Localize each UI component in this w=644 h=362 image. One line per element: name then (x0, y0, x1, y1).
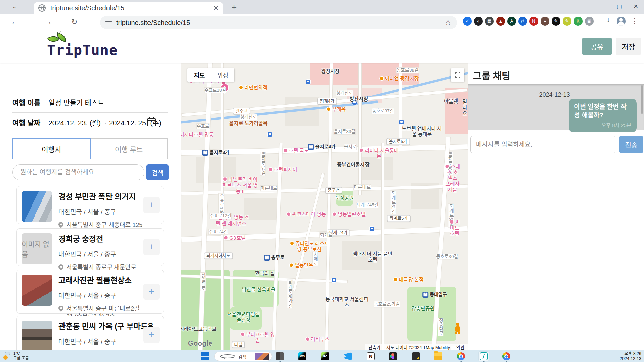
taskbar-explorer[interactable] (433, 352, 443, 361)
map-label-road[interactable]: 을지로33길 (334, 129, 355, 134)
map-label-road[interactable]: 마른내로 (261, 186, 277, 191)
extension-icon[interactable]: ▦ (485, 17, 494, 26)
add-destination-button[interactable]: + (143, 327, 160, 343)
send-button[interactable]: 전송 (619, 136, 643, 153)
add-destination-button[interactable]: + (143, 239, 160, 255)
map-label-food[interactable]: 쥬티인도 레스토랑 충무로점 (290, 241, 329, 252)
map-label-badge[interactable]: 중구청 (325, 187, 342, 194)
map-label-place[interactable]: 리라아트고등학교 (181, 326, 217, 332)
fullscreen-button[interactable] (451, 68, 464, 82)
add-destination-button[interactable]: + (143, 197, 160, 213)
triptune-logo[interactable]: TripTune (47, 32, 118, 57)
map-label-road[interactable]: 퇴계로51길 (391, 191, 396, 214)
map-label-market[interactable]: 중부건어물시장 (337, 162, 370, 168)
map-label-badge[interactable]: 을지로5가 (386, 138, 410, 145)
taskbar-search[interactable]: 검색 (214, 352, 272, 361)
map-label-place[interactable]: 동국대학교 서울캠퍼스 (325, 296, 369, 308)
map-label-road[interactable]: 퇴계로 (320, 233, 332, 238)
map-label-road[interactable]: 동호로25가길 (374, 301, 400, 307)
share-button[interactable]: 공유 (582, 38, 612, 55)
map-label-road[interactable]: 퇴계로36가길 (287, 280, 293, 308)
destination-card[interactable]: 이미지 없음 경희궁 숭정전 대한민국 / 서울 / 중구 서울특별시 종로구 … (16, 228, 164, 266)
taskbar-pycharm[interactable]: PC (320, 352, 330, 361)
forward-button[interactable]: → (45, 17, 52, 26)
browser-menu-button[interactable]: ⋮ (631, 17, 638, 25)
destination-card[interactable]: 관훈동 민씨 가옥 (구 부마도위박영효 가옥) 대한민국 / 서울 / 중구 … (16, 316, 164, 354)
destination-search-input[interactable] (12, 164, 144, 180)
map-label-road[interactable]: 수표로10길 (219, 194, 224, 217)
map-label-badge[interactable]: 퇴계로5가 (387, 215, 410, 222)
extension-icon[interactable]: ▣ (585, 17, 594, 26)
map-label-road[interactable]: 삼일대로 (200, 273, 206, 291)
map-label-hotel[interactable]: 라비두스 (305, 337, 330, 343)
taskbar-figma[interactable] (388, 352, 398, 361)
map-label-hotel[interactable]: 위코스테이 명동 (287, 212, 326, 217)
map-button[interactable]: 지도 (187, 68, 211, 82)
bus-stop-icon[interactable] (331, 278, 336, 283)
map-canvas[interactable]: 그리드 인 호텔라면편의점광장시장어니언 광장시장동호로38길수표로18길청계천… (181, 63, 468, 350)
map-label-hotel[interactable]: 나인트리 바이 파르나스 서울 명동 II (220, 176, 260, 194)
map-label-road[interactable]: 동호로30길 (436, 254, 458, 259)
extension-icon[interactable]: N (529, 17, 538, 26)
search-highlight-image[interactable] (255, 353, 269, 360)
map-label-road[interactable]: 마른내로 (354, 185, 371, 190)
tab-close-icon[interactable]: ✕ (213, 4, 219, 12)
extension-icon[interactable]: K (574, 17, 583, 26)
taskbar-dark-folder[interactable] (411, 352, 421, 361)
extension-icon[interactable]: ▲ (496, 17, 505, 26)
map-label-hotel[interactable]: 호텔피제이 (268, 167, 297, 172)
save-button[interactable]: 저장 (616, 38, 641, 55)
map-label-road[interactable]: 청계천로 (336, 91, 353, 96)
map-label-hotel[interactable]: 더시티호텔 명동 (181, 132, 214, 138)
map-label-metro[interactable]: M충무로 (264, 255, 285, 261)
taskbar-webstorm[interactable]: WS (297, 352, 307, 361)
trip-date-value[interactable]: 2024.12. 23. (월) ~ 2024.12. 25. (수) (48, 117, 161, 127)
map-label-park[interactable]: 남산골 한옥마을 (242, 287, 276, 293)
taskbar-weather-widget[interactable]: 1°C 구름 조금 (3, 351, 29, 360)
map-label-food[interactable]: 라면편의점 (239, 85, 267, 91)
shortcuts-link[interactable]: 단축키 (368, 344, 380, 350)
map-label-road[interactable]: 수표로18길 (204, 88, 226, 93)
taskbar-clock[interactable]: 오후 8:26 2024-12-13 (620, 351, 641, 361)
map-label-hotel[interactable]: 명동멀린호텔 (332, 212, 366, 217)
map-label-area[interactable]: 을지로 노가리골목 (229, 121, 268, 126)
trip-name-value[interactable]: 일정 만들기 테스트 (48, 97, 104, 107)
map-label-hotel[interactable]: 호텔 국도 (283, 148, 309, 154)
map-label-road[interactable]: 동호로38길 (397, 68, 419, 73)
map-label-place[interactable]: 아울렛 (444, 98, 458, 104)
reload-button[interactable]: ↻ (71, 17, 77, 26)
map-label-road[interactable]: 수표로 (197, 124, 209, 129)
extension-icon[interactable]: ⇄ (518, 17, 527, 26)
map-label-food[interactable]: 필동면옥 (289, 262, 313, 268)
map-label-metro[interactable]: M을지로4가 (308, 144, 335, 150)
map-label-park[interactable]: 장충단공원 (412, 306, 435, 311)
map-label-road[interactable]: 서애로 (313, 252, 318, 266)
map-label-road[interactable]: 수표로4길 (209, 229, 228, 235)
bus-stop-icon[interactable] (399, 120, 404, 125)
add-destination-button[interactable]: + (143, 284, 160, 300)
destination-search-button[interactable]: 검색 (146, 164, 169, 180)
map-label-hotel[interactable]: 써미트호텔 (448, 219, 461, 237)
destination-card[interactable]: 고래사진관 필름현상소 대한민국 / 서울 / 중구 서울특별시 중구 마른내로… (16, 270, 164, 314)
tab-chevron-icon[interactable]: ⌄ (10, 3, 19, 11)
map-label-hotel[interactable]: G3호텔 (224, 235, 246, 241)
map-label-park[interactable]: 서울천년타임캡슐광장 (225, 311, 262, 323)
pegman-icon[interactable] (453, 323, 462, 334)
map-label-road[interactable]: 을지로 (344, 145, 356, 150)
map-label-food[interactable]: 우래옥 (326, 107, 346, 112)
destination-card[interactable]: 경성 부민관 폭탄 의거지 대한민국 / 서울 / 중구 서울특별시 중구 세종… (16, 186, 164, 224)
taskbar-vscode[interactable] (343, 352, 353, 361)
bus-stop-icon[interactable] (369, 226, 374, 231)
map-label-hotel[interactable]: 라마다 서울동대문 (359, 148, 399, 159)
map-label-badge[interactable]: 관수교 (233, 108, 250, 114)
start-button[interactable] (201, 352, 209, 360)
new-tab-button[interactable]: + (232, 3, 237, 12)
chat-message-input[interactable] (470, 136, 615, 153)
close-button[interactable]: ✕ (628, 0, 644, 14)
map-label-road[interactable]: 수표로12길 (210, 214, 231, 219)
map-label-road[interactable]: 장충단로 (438, 318, 443, 336)
bus-stop-icon[interactable] (306, 79, 311, 84)
map-label-road[interactable]: 청계천로 (240, 115, 257, 120)
extension-icon[interactable]: ● (541, 17, 549, 26)
map-label-market[interactable]: 방산시장 (350, 96, 368, 102)
